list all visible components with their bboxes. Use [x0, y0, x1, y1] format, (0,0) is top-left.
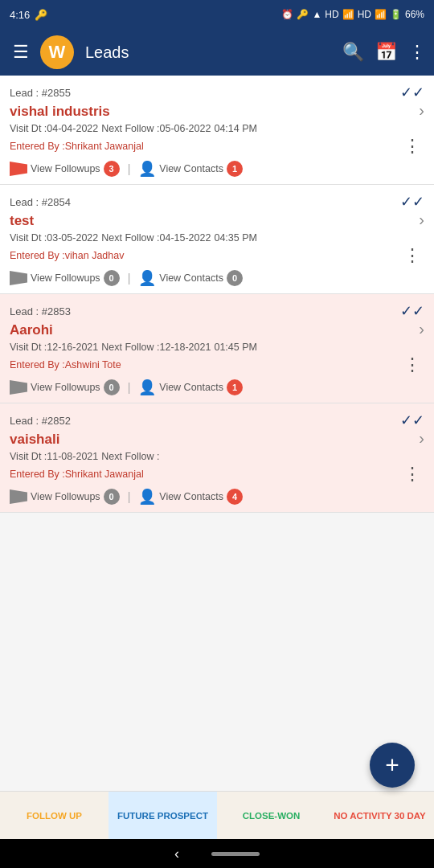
- more-options-icon[interactable]: ⋮: [408, 42, 426, 63]
- navbar-actions: 🔍 📅 ⋮: [342, 42, 426, 63]
- lead-card-2855: Lead : #2855 ✓✓ vishal industris › Visit…: [0, 76, 434, 185]
- flag-icon: [10, 380, 27, 395]
- contact-icon: 👤: [138, 488, 156, 506]
- chevron-right-icon[interactable]: ›: [419, 429, 424, 448]
- lead-name[interactable]: vaishali: [10, 432, 419, 448]
- view-followups-btn[interactable]: View Followups 0: [10, 379, 120, 395]
- lead-name[interactable]: Aarohi: [10, 322, 419, 338]
- entered-by: Entered By :vihan Jadhav: [10, 250, 124, 261]
- lead-check: ✓✓: [400, 302, 424, 320]
- battery-icon: 🔋: [390, 9, 402, 20]
- lead-visit-info: Visit Dt :12-16-2021 Next Follow :12-18-…: [10, 342, 424, 353]
- contact-badge: 1: [227, 379, 243, 395]
- flag-icon: [10, 489, 27, 504]
- lead-card-2854: Lead : #2854 ✓✓ test › Visit Dt :03-05-2…: [0, 185, 434, 294]
- followup-badge: 0: [104, 379, 120, 395]
- view-contacts-btn[interactable]: 👤 View Contacts 4: [138, 488, 243, 506]
- lead-visit-info: Visit Dt :04-04-2022 Next Follow :05-06-…: [10, 123, 424, 134]
- add-icon: +: [385, 751, 399, 779]
- lead-id: Lead : #2855: [10, 87, 71, 99]
- hamburger-menu[interactable]: ☰: [8, 37, 34, 68]
- page-title: Leads: [80, 43, 336, 62]
- lead-actions: View Followups 0 | 👤 View Contacts 1: [10, 379, 424, 396]
- bottom-tabs: FOLLOW UP FUTURE PROSPECT CLOSE-WON NO A…: [0, 791, 434, 839]
- calendar-icon[interactable]: 📅: [375, 42, 397, 63]
- lead-visit-info: Visit Dt :11-08-2021 Next Follow :: [10, 451, 424, 462]
- lead-actions: View Followups 0 | 👤 View Contacts 0: [10, 269, 424, 287]
- view-contacts-btn[interactable]: 👤 View Contacts 1: [138, 160, 243, 178]
- signal-bars2: 📶: [375, 9, 387, 20]
- alarm-icon: ⏰: [281, 9, 293, 20]
- followup-badge: 0: [104, 270, 120, 286]
- lead-check: ✓✓: [400, 411, 424, 429]
- followup-badge: 0: [104, 489, 120, 505]
- signal-icon: ▲: [312, 9, 321, 20]
- lead-id: Lead : #2854: [10, 196, 71, 208]
- back-btn[interactable]: ‹: [174, 845, 179, 862]
- lead-id: Lead : #2852: [10, 415, 71, 427]
- chevron-right-icon[interactable]: ›: [419, 320, 424, 338]
- app-logo: W: [40, 35, 74, 69]
- signal-bars: 📶: [342, 9, 354, 20]
- tab-no-activity[interactable]: NO ACTIVITY 30 DAY: [326, 792, 434, 839]
- flag-icon: [10, 162, 27, 176]
- key-icon: 🔑: [35, 9, 47, 21]
- dots-menu[interactable]: ⋮: [400, 245, 424, 266]
- lead-check: ✓✓: [400, 193, 424, 211]
- status-icons: ⏰ 🔑 ▲ HD 📶 HD 📶 🔋 66%: [281, 9, 424, 20]
- contact-icon: 👤: [138, 269, 156, 287]
- home-pill[interactable]: [211, 852, 260, 856]
- view-contacts-btn[interactable]: 👤 View Contacts 0: [138, 269, 243, 287]
- view-contacts-btn[interactable]: 👤 View Contacts 1: [138, 379, 243, 396]
- status-time: 4:16 🔑: [10, 9, 47, 21]
- hd-badge: HD: [325, 9, 338, 20]
- dots-menu[interactable]: ⋮: [400, 464, 424, 485]
- contact-badge: 0: [227, 270, 243, 286]
- tab-follow-up[interactable]: FOLLOW UP: [0, 792, 108, 839]
- lead-actions: View Followups 0 | 👤 View Contacts 4: [10, 488, 424, 506]
- lead-visit-info: Visit Dt :03-05-2022 Next Follow :04-15-…: [10, 232, 424, 244]
- chevron-right-icon[interactable]: ›: [419, 211, 424, 229]
- lead-actions: View Followups 3 | 👤 View Contacts 1: [10, 160, 424, 178]
- add-fab[interactable]: +: [370, 743, 415, 788]
- navbar: ☰ W Leads 🔍 📅 ⋮: [0, 29, 434, 76]
- search-icon[interactable]: 🔍: [342, 42, 364, 63]
- contact-badge: 4: [227, 489, 243, 505]
- followup-badge: 3: [104, 161, 120, 177]
- chevron-right-icon[interactable]: ›: [419, 101, 424, 120]
- leads-list: Lead : #2855 ✓✓ vishal industris › Visit…: [0, 76, 434, 513]
- contact-icon: 👤: [138, 379, 156, 396]
- lead-card-2852: Lead : #2852 ✓✓ vaishali › Visit Dt :11-…: [0, 403, 434, 513]
- view-followups-btn[interactable]: View Followups 3: [10, 161, 120, 177]
- lead-check: ✓✓: [400, 84, 424, 101]
- tab-close-won[interactable]: CLOSE-WON: [217, 792, 326, 839]
- view-followups-btn[interactable]: View Followups 0: [10, 489, 120, 505]
- status-bar: 4:16 🔑 ⏰ 🔑 ▲ HD 📶 HD 📶 🔋 66%: [0, 0, 434, 29]
- key-icon2: 🔑: [297, 9, 309, 20]
- contact-icon: 👤: [138, 160, 156, 178]
- contact-badge: 1: [227, 161, 243, 177]
- entered-by: Entered By :Shrikant Jawanjal: [10, 469, 144, 480]
- hd-badge2: HD: [358, 9, 371, 20]
- dots-menu[interactable]: ⋮: [400, 354, 424, 375]
- lead-id: Lead : #2853: [10, 305, 71, 317]
- tab-future-prospect[interactable]: FUTURE PROSPECT: [108, 792, 217, 839]
- flag-icon: [10, 271, 27, 285]
- dots-menu[interactable]: ⋮: [400, 136, 424, 157]
- entered-by: Entered By :Ashwini Tote: [10, 359, 121, 371]
- lead-name[interactable]: test: [10, 213, 419, 229]
- lead-card-2853: Lead : #2853 ✓✓ Aarohi › Visit Dt :12-16…: [0, 294, 434, 403]
- view-followups-btn[interactable]: View Followups 0: [10, 270, 120, 286]
- entered-by: Entered By :Shrikant Jawanjal: [10, 141, 144, 152]
- lead-name[interactable]: vishal industris: [10, 104, 419, 120]
- system-bar: ‹: [0, 839, 434, 868]
